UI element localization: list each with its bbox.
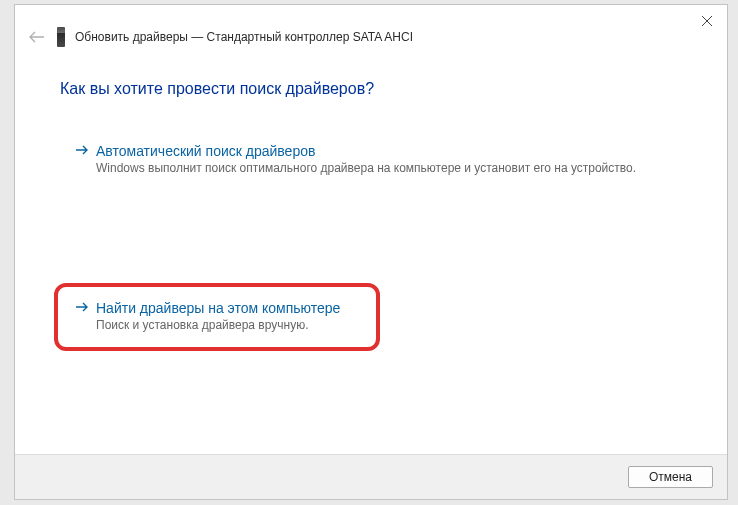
- option-browse-title: Найти драйверы на этом компьютере: [96, 299, 340, 317]
- content-area: Как вы хотите провести поиск драйверов? …: [60, 80, 697, 184]
- option-browse-desc: Поиск и установка драйвера вручную.: [96, 318, 340, 333]
- cancel-button[interactable]: Отмена: [628, 466, 713, 488]
- close-icon: [702, 16, 712, 26]
- option-auto-desc: Windows выполнит поиск оптимального драй…: [96, 161, 654, 176]
- option-auto-body: Автоматический поиск драйверов Windows в…: [96, 142, 654, 176]
- highlight-box: Найти драйверы на этом компьютере Поиск …: [54, 283, 380, 351]
- option-auto-title: Автоматический поиск драйверов: [96, 142, 654, 160]
- footer: Отмена: [15, 454, 727, 499]
- arrow-right-icon: [74, 142, 90, 160]
- header-row: Обновить драйверы — Стандартный контролл…: [27, 27, 413, 47]
- update-driver-dialog: Обновить драйверы — Стандартный контролл…: [14, 4, 728, 500]
- option-browse-computer[interactable]: Найти драйверы на этом компьютере Поиск …: [64, 293, 350, 341]
- option-auto-search[interactable]: Автоматический поиск драйверов Windows в…: [64, 136, 664, 184]
- page-heading: Как вы хотите провести поиск драйверов?: [60, 80, 697, 98]
- dialog-title: Обновить драйверы — Стандартный контролл…: [75, 30, 413, 44]
- device-icon: [57, 27, 65, 47]
- back-arrow-icon: [29, 31, 45, 43]
- arrow-right-icon: [74, 299, 90, 317]
- close-button[interactable]: [693, 11, 721, 31]
- option-browse-body: Найти драйверы на этом компьютере Поиск …: [96, 299, 340, 333]
- back-button[interactable]: [27, 27, 47, 47]
